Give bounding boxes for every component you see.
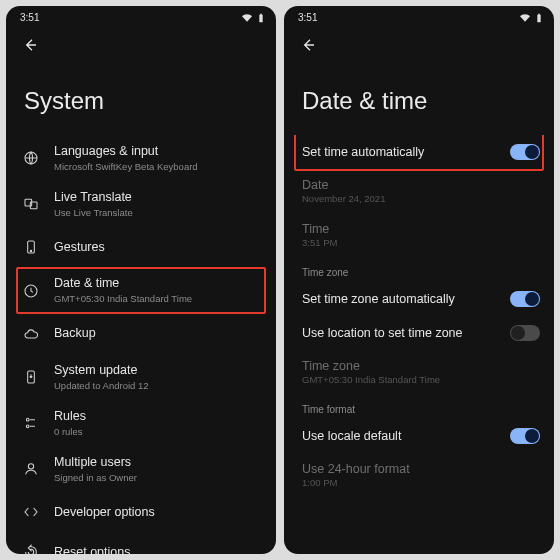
row-label: Set time automatically (302, 145, 424, 159)
item-label: Backup (54, 325, 262, 342)
item-label: Multiple users (54, 454, 262, 471)
update-icon (22, 368, 40, 386)
item-sub: GMT+05:30 India Standard Time (54, 293, 262, 305)
item-sub: Signed in as Owner (54, 472, 262, 484)
back-arrow-icon (22, 37, 38, 53)
item-label: System update (54, 362, 262, 379)
toggle-set-time-auto[interactable] (510, 144, 540, 160)
row-label: Time zone (302, 359, 540, 373)
item-sub: 0 rules (54, 426, 262, 438)
toggle-tz-auto[interactable] (510, 291, 540, 307)
row-value: 3:51 PM (302, 237, 540, 248)
item-date-time[interactable]: Date & timeGMT+05:30 India Standard Time (6, 267, 276, 313)
row-tz-auto[interactable]: Set time zone automatically (284, 282, 554, 316)
item-live-translate[interactable]: Live TranslateUse Live Translate (6, 181, 276, 227)
toggle-tz-location[interactable] (510, 325, 540, 341)
status-bar: 3:51 (6, 6, 276, 25)
back-arrow-icon (300, 37, 316, 53)
item-label: Gestures (54, 239, 262, 256)
reset-icon (22, 543, 40, 554)
toggle-locale-default[interactable] (510, 428, 540, 444)
svg-point-8 (26, 425, 29, 428)
globe-icon (22, 149, 40, 167)
row-label: Use location to set time zone (302, 326, 463, 340)
row-value: GMT+05:30 India Standard Time (302, 374, 540, 385)
section-time-zone: Time zone (284, 257, 554, 282)
status-icons (242, 13, 266, 23)
top-bar (6, 25, 276, 59)
row-time-zone: Time zone GMT+05:30 India Standard Time (284, 350, 554, 394)
page-title: System (6, 59, 276, 135)
item-label: Date & time (54, 275, 262, 292)
battery-icon (534, 13, 544, 23)
code-icon (22, 503, 40, 521)
item-system-update[interactable]: System updateUpdated to Android 12 (6, 354, 276, 400)
back-button[interactable] (294, 31, 322, 59)
item-sub: Use Live Translate (54, 207, 262, 219)
status-icons (520, 13, 544, 23)
svg-point-7 (26, 418, 29, 421)
item-label: Rules (54, 408, 262, 425)
item-developer-options[interactable]: Developer options (6, 492, 276, 532)
svg-point-9 (28, 464, 33, 469)
item-languages-input[interactable]: Languages & inputMicrosoft SwiftKey Beta… (6, 135, 276, 181)
cloud-icon (22, 325, 40, 343)
item-rules[interactable]: Rules0 rules (6, 400, 276, 446)
status-time: 3:51 (298, 12, 317, 23)
page-title: Date & time (284, 59, 554, 135)
row-label: Use locale default (302, 429, 401, 443)
row-value: November 24, 2021 (302, 193, 540, 204)
rules-icon (22, 414, 40, 432)
item-reset-options[interactable]: Reset options (6, 532, 276, 554)
user-icon (22, 460, 40, 478)
item-label: Live Translate (54, 189, 262, 206)
phone-system: 3:51 System Languages & inputMicrosoft S… (6, 6, 276, 554)
settings-list: Languages & inputMicrosoft SwiftKey Beta… (6, 135, 276, 554)
row-set-time-auto[interactable]: Set time automatically (284, 135, 554, 169)
status-bar: 3:51 (284, 6, 554, 25)
item-backup[interactable]: Backup (6, 314, 276, 354)
item-sub: Microsoft SwiftKey Beta Keyboard (54, 161, 262, 173)
item-label: Languages & input (54, 143, 262, 160)
row-label: Set time zone automatically (302, 292, 455, 306)
row-24-hour: Use 24-hour format 1:00 PM (284, 453, 554, 497)
section-time-format: Time format (284, 394, 554, 419)
gestures-icon (22, 238, 40, 256)
back-button[interactable] (16, 31, 44, 59)
status-time: 3:51 (20, 12, 39, 23)
item-label: Reset options (54, 544, 262, 554)
item-gestures[interactable]: Gestures (6, 227, 276, 267)
phone-date-time: 3:51 Date & time Set time automatically … (284, 6, 554, 554)
row-time: Time 3:51 PM (284, 213, 554, 257)
row-date: Date November 24, 2021 (284, 169, 554, 213)
svg-point-4 (30, 251, 31, 252)
item-label: Developer options (54, 504, 262, 521)
top-bar (284, 25, 554, 59)
row-tz-location[interactable]: Use location to set time zone (284, 316, 554, 350)
clock-icon (22, 282, 40, 300)
item-sub: Updated to Android 12 (54, 380, 262, 392)
battery-icon (256, 13, 266, 23)
wifi-icon (520, 13, 530, 23)
item-multiple-users[interactable]: Multiple usersSigned in as Owner (6, 446, 276, 492)
row-label: Time (302, 222, 540, 236)
row-label: Date (302, 178, 540, 192)
translate-icon (22, 195, 40, 213)
row-value: 1:00 PM (302, 477, 540, 488)
row-locale-default[interactable]: Use locale default (284, 419, 554, 453)
wifi-icon (242, 13, 252, 23)
settings-list: Set time automatically Date November 24,… (284, 135, 554, 554)
row-label: Use 24-hour format (302, 462, 540, 476)
